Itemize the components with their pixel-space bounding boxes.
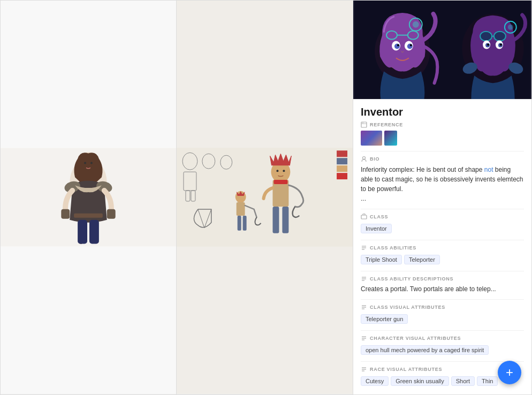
svg-point-86: [394, 44, 400, 49]
ref-thumb-inv-2: [384, 131, 397, 146]
ref-thumb-inv-1: [361, 131, 382, 146]
class-value-inv: Inventor: [361, 224, 392, 233]
race-visual-icon-inv: [361, 366, 367, 373]
svg-rect-53: [337, 150, 347, 157]
svg-point-113: [363, 157, 366, 159]
svg-point-88: [397, 44, 399, 47]
class-abilities-label-inv: CLASS ABILITIES: [361, 245, 524, 251]
bio-icon-inv: [361, 156, 367, 162]
inv-cv-1: Teleporter gun: [361, 314, 408, 324]
svg-rect-44: [273, 180, 287, 184]
svg-point-41: [283, 170, 285, 172]
card-inventor: Inventor REFERENCE BIO Inferiori: [353, 0, 532, 395]
ability-desc-label-inv: CLASS ABILITY DESCRIPTIONS: [361, 276, 524, 282]
char-visual-icon-inv: [361, 335, 367, 341]
inventor-title: Inventor: [361, 106, 524, 118]
reference-label-inv: REFERENCE: [361, 121, 524, 128]
visual-icon-inv: [361, 304, 367, 310]
class-visual-label-inv: CLASS VISUAL ATTRIBUTES: [361, 304, 524, 310]
svg-rect-54: [337, 158, 347, 164]
card-image-inventor: [353, 1, 531, 100]
char-visual-tags-inv: open hull mech powered by a caged fire s…: [361, 344, 524, 356]
svg-rect-43: [282, 207, 288, 233]
cards-container: Earth Queen REFERENCE BIO: [0, 0, 532, 395]
bio-section-inv: BIO Inferiority complex: He is bent out …: [361, 156, 524, 203]
svg-point-4: [90, 162, 93, 164]
inv-rv-2: Green skin usually: [391, 376, 449, 386]
svg-rect-56: [337, 173, 347, 179]
svg-rect-59: [238, 216, 241, 231]
bio-text-inv: Inferiority complex: He is bent out of s…: [361, 165, 524, 203]
class-visual-section-inv: CLASS VISUAL ATTRIBUTES Teleporter gun: [361, 304, 524, 325]
bio-label-inv: BIO: [361, 156, 524, 162]
svg-point-87: [407, 44, 413, 49]
char-visual-section-inv: CHARACTER VISUAL ATTRIBUTES open hull me…: [361, 335, 524, 356]
svg-point-106: [487, 44, 489, 46]
card-earth-queen: Earth Queen REFERENCE BIO: [0, 0, 177, 395]
inv-rv-3: Short: [451, 376, 475, 386]
ability-desc-text-inv: Creates a portal. Two portals are able t…: [361, 285, 524, 294]
svg-rect-110: [361, 122, 367, 127]
desc-icon-inv: [361, 276, 367, 282]
card-image-hook-guy: [177, 1, 353, 394]
svg-point-98: [494, 32, 506, 41]
svg-point-97: [480, 32, 492, 41]
svg-point-3: [84, 162, 86, 164]
svg-point-94: [413, 21, 419, 28]
svg-rect-114: [361, 215, 367, 219]
abilities-tags-inv: Triple Shoot Teleporter: [361, 254, 524, 265]
reference-thumbs-inv: [361, 131, 524, 146]
class-visual-tags-inv: Teleporter gun: [361, 313, 524, 325]
inv-ability-1: Triple Shoot: [361, 255, 402, 264]
svg-point-40: [276, 170, 278, 172]
svg-rect-10: [78, 220, 87, 244]
svg-rect-58: [237, 202, 245, 216]
card-hook-guy: Hook Guy REFERENCE BIO He hates magic, b…: [177, 0, 353, 395]
abilities-icon-inv: [361, 245, 367, 251]
svg-rect-11: [89, 220, 99, 244]
svg-rect-60: [243, 216, 247, 231]
svg-point-101: [508, 25, 513, 30]
inv-chv-1: open hull mech powered by a caged fire s…: [361, 345, 489, 355]
card-image-earth-queen: [1, 1, 176, 394]
ability-desc-section-inv: CLASS ABILITY DESCRIPTIONS Creates a por…: [361, 276, 524, 294]
reference-section-inv: REFERENCE: [361, 121, 524, 146]
class-section-inv: CLASS Inventor: [361, 214, 524, 234]
svg-rect-42: [272, 207, 279, 233]
svg-rect-7: [61, 209, 70, 219]
char-visual-label-inv: CHARACTER VISUAL ATTRIBUTES: [361, 335, 524, 341]
class-abilities-section-inv: CLASS ABILITIES Triple Shoot Teleporter: [361, 245, 524, 265]
reference-icon-inv: [361, 121, 367, 128]
svg-point-107: [500, 44, 502, 46]
svg-point-89: [410, 44, 412, 47]
svg-rect-55: [337, 165, 347, 172]
add-fab-button[interactable]: +: [498, 361, 521, 384]
inv-rv-1: Cutesy: [361, 376, 389, 386]
inv-ability-2: Teleporter: [404, 255, 440, 264]
svg-rect-8: [107, 209, 116, 219]
card-body-inventor: Inventor REFERENCE BIO Inferiori: [353, 100, 531, 395]
inv-rv-4: Thin: [477, 376, 498, 386]
svg-rect-9: [74, 214, 103, 218]
class-label-inv: CLASS: [361, 214, 524, 220]
class-icon-inv: [361, 214, 367, 220]
